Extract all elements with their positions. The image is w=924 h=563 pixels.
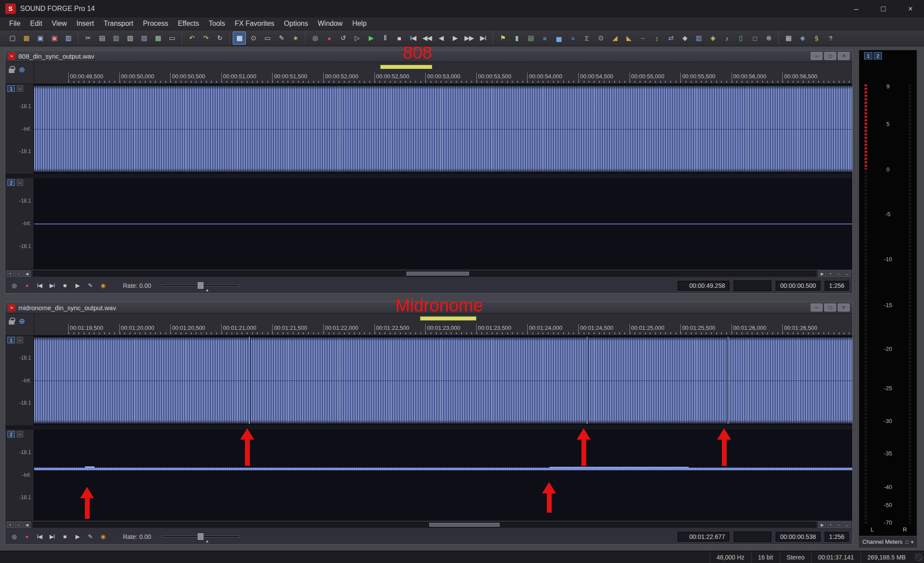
- menu-item[interactable]: FX Favorites: [230, 20, 279, 28]
- event-locator-icon[interactable]: ♪: [720, 31, 733, 45]
- doc-maximize-button[interactable]: □: [824, 304, 836, 311]
- statistics-icon[interactable]: Σ: [580, 31, 593, 45]
- menu-item[interactable]: View: [47, 20, 71, 28]
- envelope-icon[interactable]: ~: [636, 31, 649, 45]
- regions-list-icon[interactable]: ▤: [524, 31, 537, 45]
- remote-record-icon[interactable]: ◎: [308, 31, 322, 45]
- trim-crop-icon[interactable]: ▭: [165, 31, 178, 45]
- zoom-fit-button[interactable]: ↔: [844, 521, 851, 528]
- plugin-chain-icon[interactable]: ◈: [706, 31, 719, 45]
- go-to-end-icon[interactable]: ▶I: [47, 532, 57, 542]
- rate-slider-thumb[interactable]: [198, 282, 203, 289]
- channel-collapse-button[interactable]: –: [17, 179, 23, 186]
- go-to-end-icon[interactable]: ▶I: [47, 281, 57, 290]
- rate-slider[interactable]: ▲: [162, 535, 240, 538]
- remote-record-icon[interactable]: ◎: [9, 281, 19, 290]
- meter-display[interactable]: 950-5-10-15-20-25-30-35-40-50-70: [859, 84, 917, 524]
- redo-icon[interactable]: ↷: [199, 31, 212, 45]
- timeline-ruler[interactable]: 00:01:19,50000:01:20,00000:01:20,50000:0…: [34, 314, 852, 335]
- scroll-left-button[interactable]: ◀: [23, 270, 31, 277]
- remote-record-icon[interactable]: ◎: [9, 532, 19, 542]
- channel-meters-footer[interactable]: Channel Meters □ ▾: [859, 536, 917, 547]
- selection-tool-icon[interactable]: ▭: [261, 31, 274, 45]
- envelope-tool-icon[interactable]: ∗: [289, 31, 302, 45]
- go-to-start-icon[interactable]: I◀: [34, 281, 45, 290]
- resize-grip[interactable]: [915, 553, 923, 561]
- playlist-icon[interactable]: ≡: [538, 31, 551, 45]
- save-icon[interactable]: ▣: [34, 31, 47, 45]
- channel-collapse-button[interactable]: –: [17, 337, 23, 343]
- waveform-channel-2[interactable]: [34, 178, 852, 269]
- crossfade-icon[interactable]: ⊗: [762, 31, 775, 45]
- zoom-in-time-button[interactable]: +: [827, 270, 834, 277]
- fade-out-icon[interactable]: ◣: [622, 31, 635, 45]
- menu-item[interactable]: Help: [347, 20, 371, 28]
- scrollbar-thumb[interactable]: [406, 272, 469, 276]
- zoom-in-time-button[interactable]: +: [827, 521, 834, 528]
- save-as-icon[interactable]: ▣: [48, 31, 61, 45]
- new-file-icon[interactable]: ▢: [6, 31, 19, 45]
- record-icon[interactable]: ●: [21, 281, 32, 290]
- scroll-right-button[interactable]: ▶: [819, 521, 826, 528]
- scrub-icon[interactable]: ◉: [98, 532, 108, 542]
- meter-channel-badge[interactable]: 2: [874, 52, 882, 59]
- zoom-in-button[interactable]: –: [15, 270, 22, 277]
- copy-icon[interactable]: ▤: [95, 31, 108, 45]
- scrub-icon[interactable]: ◉: [98, 281, 108, 290]
- resample-icon[interactable]: ◆: [678, 31, 691, 45]
- dock-icon[interactable]: □: [906, 539, 909, 545]
- zoom-out-button[interactable]: +: [7, 521, 14, 528]
- channel-1-badge[interactable]: 1: [7, 85, 15, 92]
- rewind-icon[interactable]: ◀: [434, 31, 448, 45]
- loop-playback-icon[interactable]: ↺: [336, 31, 350, 45]
- menu-item[interactable]: Process: [138, 20, 173, 28]
- play-icon[interactable]: ▶: [72, 281, 83, 290]
- menu-item[interactable]: Effects: [173, 20, 204, 28]
- script-editor-icon[interactable]: §: [810, 31, 823, 45]
- snap-icon[interactable]: ⊕: [19, 317, 25, 326]
- zoom-in-button[interactable]: –: [15, 521, 22, 528]
- mix-icon[interactable]: ▩: [151, 31, 164, 45]
- rate-slider-thumb[interactable]: [198, 533, 203, 540]
- zoom-out-time-button[interactable]: –: [835, 270, 843, 277]
- play-icon[interactable]: ▶: [364, 31, 378, 45]
- repeat-icon[interactable]: ↻: [213, 31, 226, 45]
- fade-in-icon[interactable]: ◢: [608, 31, 621, 45]
- forward-icon[interactable]: ▶: [448, 31, 462, 45]
- menu-item[interactable]: File: [4, 20, 25, 28]
- window-minimize-button[interactable]: –: [843, 0, 870, 17]
- eq-icon[interactable]: ▥: [692, 31, 705, 45]
- auto-trim-icon[interactable]: □: [748, 31, 761, 45]
- undo-icon[interactable]: ↶: [185, 31, 198, 45]
- channel-collapse-button[interactable]: –: [17, 85, 23, 92]
- loop-region-marker[interactable]: [380, 65, 432, 69]
- stop-icon[interactable]: ■: [60, 281, 70, 290]
- paste-icon[interactable]: ▧: [123, 31, 136, 45]
- zoom-fit-button[interactable]: ↔: [844, 270, 851, 277]
- panel-menu-icon[interactable]: ▾: [911, 539, 914, 545]
- waveform-channel-1[interactable]: [34, 84, 852, 174]
- waveform-overview-icon[interactable]: ≈: [566, 31, 579, 45]
- insert-marker-icon[interactable]: ⚑: [496, 31, 509, 45]
- zoom-ratio-field[interactable]: 1:256: [825, 532, 849, 542]
- menu-item[interactable]: Insert: [72, 20, 99, 28]
- meter-channel-badge[interactable]: 1: [864, 52, 872, 59]
- position-field[interactable]: 00:00:49.258: [678, 281, 729, 290]
- magnify-tool-icon[interactable]: ⊙: [247, 31, 260, 45]
- pencil-tool-icon[interactable]: ✎: [275, 31, 288, 45]
- spectrum-analysis-icon[interactable]: ▅: [552, 31, 565, 45]
- record-icon[interactable]: ●: [21, 532, 32, 542]
- timeline-ruler[interactable]: 00:00:49,50000:00:50,00000:00:50,50000:0…: [34, 62, 852, 84]
- waveform-channel-1[interactable]: [34, 336, 852, 425]
- save-all-icon[interactable]: ▥: [62, 31, 75, 45]
- scrollbar-thumb[interactable]: [429, 523, 500, 527]
- selection-field[interactable]: [734, 280, 771, 291]
- horizontal-scrollbar[interactable]: [33, 522, 816, 528]
- pencil-record-icon[interactable]: ✎: [85, 532, 95, 542]
- help-pointer-icon[interactable]: ?: [824, 31, 837, 45]
- insert-region-icon[interactable]: ▮: [510, 31, 523, 45]
- scroll-right-button[interactable]: ▶: [819, 270, 826, 277]
- edit-tool-icon[interactable]: ▦: [233, 31, 246, 45]
- doc-close-button[interactable]: ×: [838, 304, 850, 311]
- zoom-out-time-button[interactable]: –: [835, 521, 843, 528]
